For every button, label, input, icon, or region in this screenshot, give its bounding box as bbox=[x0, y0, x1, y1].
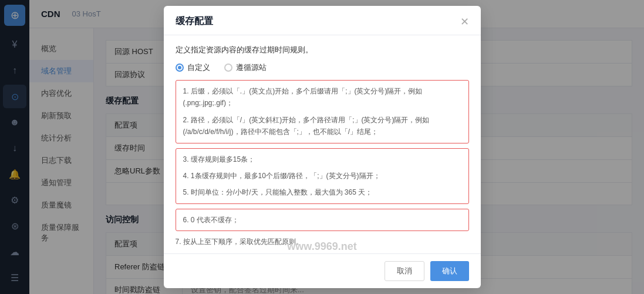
rule-text-6: 6. 0 代表不缓存； bbox=[183, 214, 461, 226]
confirm-button[interactable]: 确认 bbox=[430, 261, 469, 281]
close-button[interactable]: ✕ bbox=[460, 16, 469, 27]
cancel-button[interactable]: 取消 bbox=[385, 261, 424, 281]
dialog-description: 定义指定资源内容的缓存过期时间规则。 bbox=[176, 45, 469, 55]
dialog-footer: 取消 确认 bbox=[164, 253, 481, 288]
radio-group: 自定义 遵循源站 bbox=[176, 62, 469, 73]
radio-follow-circle bbox=[224, 64, 232, 72]
cache-config-dialog: 缓存配置 ✕ 定义指定资源内容的缓存过期时间规则。 自定义 遵循源站 1. 后缀… bbox=[164, 6, 481, 288]
rule-text-2: 2. 路径，必须以「/」(英文斜杠)开始，多个路径请用「;」(英文分号)隔开，例… bbox=[183, 114, 461, 138]
radio-follow[interactable]: 遵循源站 bbox=[224, 62, 267, 73]
rule-box-1-2: 1. 后缀，必须以「.」(英文点)开始，多个后缀请用「;」(英文分号)隔开，例如… bbox=[176, 80, 469, 143]
rule-text-1: 1. 后缀，必须以「.」(英文点)开始，多个后缀请用「;」(英文分号)隔开，例如… bbox=[183, 85, 461, 109]
rule-box-6: 6. 0 代表不缓存； bbox=[176, 209, 469, 231]
radio-custom-circle bbox=[176, 64, 184, 72]
rule-text-5: 5. 时间单位：分/小时/天，只能输入整数，最大值为 365 天； bbox=[183, 186, 461, 198]
rule-text-4: 4. 1条缓存规则中，最多10个后缀/路径，「;」(英文分号)隔开； bbox=[183, 170, 461, 182]
rule-text-7: 7. 按从上至下顺序，采取优先匹配原则。 bbox=[176, 236, 469, 248]
radio-custom-label: 自定义 bbox=[187, 62, 210, 73]
rule-box-3-5: 3. 缓存规则最多15条； 4. 1条缓存规则中，最多10个后缀/路径，「;」(… bbox=[176, 148, 469, 204]
rule-text-3: 3. 缓存规则最多15条； bbox=[183, 153, 461, 165]
dialog-header: 缓存配置 ✕ bbox=[164, 6, 481, 35]
dialog-title: 缓存配置 bbox=[176, 15, 213, 28]
radio-custom[interactable]: 自定义 bbox=[176, 62, 210, 73]
dialog-body: 定义指定资源内容的缓存过期时间规则。 自定义 遵循源站 1. 后缀，必须以「.」… bbox=[164, 35, 481, 253]
radio-follow-label: 遵循源站 bbox=[236, 62, 267, 73]
modal-overlay[interactable]: 缓存配置 ✕ 定义指定资源内容的缓存过期时间规则。 自定义 遵循源站 1. 后缀… bbox=[0, 0, 644, 294]
